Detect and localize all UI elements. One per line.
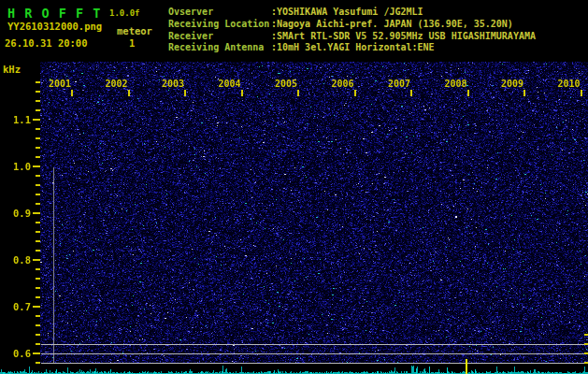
y-minor-tick (36, 287, 40, 289)
y-minor-tick (36, 109, 40, 111)
y-minor-tick (36, 334, 40, 336)
y-axis-unit-label: kHz (3, 64, 21, 75)
x-tick-label: 2001 (49, 79, 71, 89)
y-minor-tick (36, 324, 40, 326)
right-edge-tick (584, 362, 588, 364)
x-tick-label: 2003 (162, 79, 184, 89)
x-tick-label: 2002 (106, 79, 128, 89)
y-minor-tick (36, 315, 40, 317)
info-row: Receiving Antenna:10mH 3el.YAGI Horizont… (168, 42, 536, 54)
event-marker (466, 359, 467, 374)
app-version: 1.0.0f (109, 8, 140, 18)
station-info-block: Ovserver:YOSHIKAWA Yasufumi /JG2MLIRecei… (168, 7, 536, 54)
channel-label: meteor (117, 25, 152, 36)
right-edge-tick (584, 334, 588, 336)
info-row: Receiving Location:Nagoya Aichi-pref. JA… (168, 19, 536, 31)
signal-meter-canvas (0, 363, 588, 374)
y-minor-tick (36, 343, 40, 345)
x-tick (297, 90, 299, 96)
y-minor-tick (36, 184, 40, 186)
y-minor-tick (36, 100, 40, 102)
info-value: :Nagoya Aichi-pref. JAPAN (136.90E, 35.2… (271, 19, 513, 29)
x-tick (71, 90, 73, 96)
x-tick (184, 90, 186, 96)
app-title: H R O F F T (7, 6, 101, 21)
reference-line (41, 353, 588, 354)
y-minor-tick (36, 222, 40, 223)
reference-line (41, 344, 588, 345)
y-tick-label: 1.1 (3, 114, 31, 125)
info-value: :SMArt RTL-SDR V5 52.905MHz USB HIGASHIM… (271, 31, 536, 41)
y-major-tick (33, 306, 40, 308)
y-minor-tick (36, 203, 40, 205)
x-tick (128, 90, 130, 96)
x-tick-label: 2004 (219, 79, 241, 89)
hrofft-screen: H R O F F T 1.0.0f YY2610312000.png mete… (0, 0, 588, 374)
info-value: :YOSHIKAWA Yasufumi /JG2MLI (271, 7, 423, 17)
y-major-tick (33, 352, 40, 354)
info-label: Receiving Location (168, 19, 271, 31)
reference-line (41, 363, 588, 364)
observation-datetime: 26.10.31 20:00 (5, 37, 88, 49)
y-minor-tick (36, 81, 40, 83)
x-tick (581, 90, 582, 96)
y-minor-tick (36, 91, 40, 93)
y-major-tick (33, 259, 40, 261)
echo-count: 1 (129, 37, 135, 49)
y-minor-tick (36, 268, 40, 270)
y-minor-tick (36, 175, 40, 177)
y-tick-label: 0.8 (3, 254, 31, 266)
info-label: Receiver (168, 31, 271, 43)
y-minor-tick (36, 240, 40, 242)
info-label: Receiving Antenna (168, 42, 271, 54)
x-tick (523, 90, 525, 96)
info-row: Receiver:SMArt RTL-SDR V5 52.905MHz USB … (168, 31, 536, 43)
x-tick (410, 90, 412, 96)
y-minor-tick (36, 194, 40, 195)
x-tick-label: 2009 (501, 79, 523, 89)
y-minor-tick (36, 231, 40, 233)
y-minor-tick (36, 278, 40, 280)
output-filename: YY2610312000.png (7, 21, 102, 32)
y-tick-label: 0.7 (3, 301, 31, 312)
carrier-trace-line (53, 167, 54, 363)
info-row: Ovserver:YOSHIKAWA Yasufumi /JG2MLI (168, 7, 536, 19)
y-tick-label: 1.0 (3, 161, 31, 172)
right-edge-tick (584, 343, 588, 345)
x-tick (241, 90, 243, 96)
y-minor-tick (36, 147, 40, 149)
y-major-tick (33, 212, 40, 214)
x-tick-label: 2010 (558, 79, 581, 89)
y-minor-tick (36, 156, 40, 158)
y-minor-tick (36, 137, 40, 139)
right-edge-tick (584, 352, 588, 354)
x-tick-label: 2008 (445, 79, 467, 89)
y-minor-tick (36, 362, 40, 364)
x-tick-label: 2005 (275, 79, 297, 89)
y-minor-tick (36, 250, 40, 252)
x-tick (354, 90, 356, 96)
info-label: Ovserver (168, 7, 271, 19)
info-value: :10mH 3el.YAGI Horizontal:ENE (271, 42, 435, 52)
x-tick-label: 2006 (332, 79, 354, 89)
spectrogram-canvas (40, 62, 588, 363)
y-tick-label: 0.6 (3, 348, 31, 359)
x-tick (467, 90, 469, 96)
x-tick-label: 2007 (388, 79, 410, 89)
y-minor-tick (36, 296, 40, 298)
y-major-tick (33, 119, 40, 121)
y-tick-label: 0.9 (3, 208, 31, 219)
y-minor-tick (36, 128, 40, 130)
y-major-tick (33, 165, 40, 167)
